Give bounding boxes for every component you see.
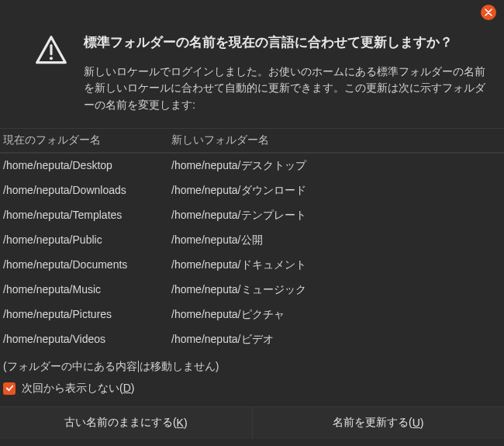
- cell-current-path: /home/neputa/Downloads: [0, 184, 167, 198]
- cell-new-path: /home/neputa/ダウンロード: [167, 184, 504, 198]
- check-icon: [5, 384, 14, 392]
- cell-current-path: /home/neputa/Videos: [0, 333, 167, 347]
- cell-new-path: /home/neputa/公開: [167, 233, 504, 247]
- cell-new-path: /home/neputa/ピクチャ: [167, 308, 504, 322]
- note-before: (フォルダーの中にある内容: [3, 360, 137, 372]
- note-after: は移動しません): [140, 360, 219, 372]
- button-bar: 古い名前のままにする(K) 名前を更新する(U): [0, 406, 504, 439]
- table-body: /home/neputa/Desktop/home/neputa/デスクトップ/…: [0, 154, 504, 352]
- cell-current-path: /home/neputa/Public: [0, 233, 167, 247]
- table-row[interactable]: /home/neputa/Downloads/home/neputa/ダウンロー…: [0, 178, 504, 203]
- dialog-description: 新しいロケールでログインしました。お使いのホームにある標準フォルダーの名前を新し…: [84, 64, 485, 114]
- dialog-title: 標準フォルダーの名前を現在の言語に合わせて更新しますか？: [84, 33, 485, 53]
- update-label-end: ): [420, 417, 424, 429]
- keep-old-names-button[interactable]: 古い名前のままにする(K): [0, 407, 253, 439]
- header-current: 現在のフォルダー名: [0, 133, 167, 147]
- header-text: 標準フォルダーの名前を現在の言語に合わせて更新しますか？ 新しいロケールでログイ…: [84, 33, 485, 114]
- table-row[interactable]: /home/neputa/Desktop/home/neputa/デスクトップ: [0, 154, 504, 178]
- checkbox-label-end: ): [131, 382, 135, 394]
- cell-current-path: /home/neputa/Documents: [0, 258, 167, 272]
- note-text: (フォルダーの中にある内容は移動しません): [0, 352, 504, 379]
- dont-show-again-row[interactable]: 次回から表示しない(D): [0, 379, 504, 406]
- update-label-key: U: [413, 417, 420, 429]
- folder-table: 現在のフォルダー名 新しいフォルダー名 /home/neputa/Desktop…: [0, 129, 504, 352]
- cell-current-path: /home/neputa/Pictures: [0, 308, 167, 322]
- checkbox-label-key: D: [123, 382, 131, 394]
- header-new: 新しいフォルダー名: [167, 133, 504, 147]
- table-header-row: 現在のフォルダー名 新しいフォルダー名: [0, 129, 504, 154]
- cell-new-path: /home/neputa/ドキュメント: [167, 258, 504, 272]
- cell-current-path: /home/neputa/Templates: [0, 209, 167, 223]
- close-icon: [485, 9, 492, 16]
- keep-label-key: K: [177, 417, 184, 429]
- text-caret: [138, 361, 139, 372]
- keep-label-end: ): [184, 417, 188, 429]
- checkbox-label: 次回から表示しない(D): [22, 382, 134, 396]
- warning-icon: [34, 34, 68, 68]
- dialog-content: 標準フォルダーの名前を現在の言語に合わせて更新しますか？ 新しいロケールでログイ…: [0, 25, 504, 117]
- cell-new-path: /home/neputa/ビデオ: [167, 333, 504, 347]
- checkbox-label-main: 次回から表示しない(: [22, 382, 123, 394]
- keep-label-main: 古い名前のままにする(: [64, 416, 177, 430]
- table-row[interactable]: /home/neputa/Public/home/neputa/公開: [0, 228, 504, 253]
- titlebar: [0, 0, 504, 25]
- table-row[interactable]: /home/neputa/Documents/home/neputa/ドキュメン…: [0, 253, 504, 278]
- svg-point-1: [50, 57, 53, 60]
- update-names-button[interactable]: 名前を更新する(U): [253, 407, 505, 439]
- cell-current-path: /home/neputa/Desktop: [0, 159, 167, 173]
- cell-current-path: /home/neputa/Music: [0, 283, 167, 297]
- cell-new-path: /home/neputa/ミュージック: [167, 283, 504, 297]
- close-button[interactable]: [481, 5, 496, 20]
- table-row[interactable]: /home/neputa/Pictures/home/neputa/ピクチャ: [0, 303, 504, 327]
- table-row[interactable]: /home/neputa/Templates/home/neputa/テンプレー…: [0, 203, 504, 228]
- update-label-main: 名前を更新する(: [333, 416, 413, 430]
- cell-new-path: /home/neputa/テンプレート: [167, 209, 504, 223]
- dont-show-again-checkbox[interactable]: [3, 382, 16, 395]
- dialog-header: 標準フォルダーの名前を現在の言語に合わせて更新しますか？ 新しいロケールでログイ…: [19, 33, 485, 114]
- table-row[interactable]: /home/neputa/Music/home/neputa/ミュージック: [0, 278, 504, 303]
- cell-new-path: /home/neputa/デスクトップ: [167, 159, 504, 173]
- table-row[interactable]: /home/neputa/Videos/home/neputa/ビデオ: [0, 327, 504, 352]
